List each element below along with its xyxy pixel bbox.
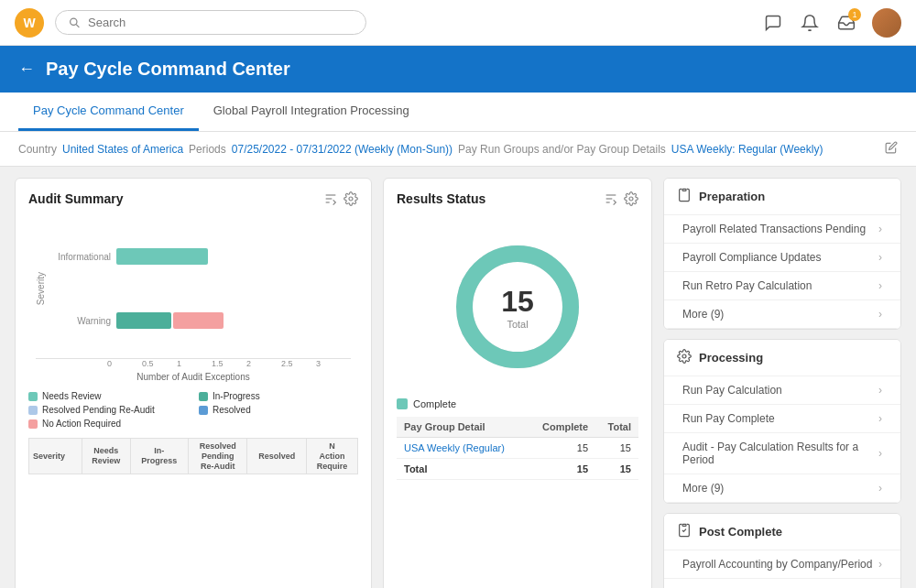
audit-summary-actions[interactable] bbox=[323, 191, 358, 206]
donut-container: 15 Total bbox=[397, 215, 638, 398]
bar-informational-teal bbox=[116, 248, 208, 265]
chevron-icon: › bbox=[878, 223, 882, 235]
col-total: Total bbox=[595, 417, 638, 438]
processing-more[interactable]: More (9) › bbox=[664, 474, 900, 503]
payrun-value: USA Weekly: Regular (Weekly) bbox=[671, 143, 823, 156]
post-complete-card: Post Complete Payroll Accounting by Comp… bbox=[663, 513, 901, 588]
search-input[interactable] bbox=[88, 16, 353, 29]
tab-global-payroll[interactable]: Global Payroll Integration Processing bbox=[199, 93, 424, 131]
search-bar[interactable] bbox=[55, 10, 366, 35]
x-axis-label: Number of Audit Exceptions bbox=[36, 372, 351, 382]
legend-resolved: Resolved bbox=[199, 405, 358, 415]
usa-weekly-link[interactable]: USA Weekly (Regular) bbox=[404, 442, 505, 453]
results-status-actions[interactable] bbox=[604, 191, 638, 206]
row-total-1: 15 bbox=[595, 438, 638, 459]
post-complete-header: Post Complete bbox=[664, 514, 900, 550]
legend-resolved-pending: Resolved Pending Re-Audit bbox=[28, 405, 188, 415]
gear-icon bbox=[677, 349, 692, 366]
audit-summary-title: Audit Summary bbox=[28, 191, 123, 206]
chevron-icon: › bbox=[878, 447, 882, 460]
col-complete: Complete bbox=[527, 417, 595, 438]
processing-card: Processing Run Pay Calculation › Run Pay… bbox=[663, 339, 901, 504]
preparation-title: Preparation bbox=[699, 190, 765, 203]
bar-label-informational: Informational bbox=[51, 252, 111, 262]
country-label: Country bbox=[18, 143, 57, 156]
chevron-icon: › bbox=[878, 279, 882, 292]
bar-label-warning: Warning bbox=[51, 316, 111, 326]
bar-warning-green bbox=[116, 312, 171, 329]
row-complete-1: 15 bbox=[527, 438, 595, 459]
bell-icon[interactable] bbox=[799, 12, 821, 34]
back-button[interactable]: ← bbox=[18, 60, 35, 79]
results-table: Pay Group Detail Complete Total USA Week… bbox=[397, 417, 638, 480]
svg-point-5 bbox=[349, 197, 353, 201]
inbox-badge: 1 bbox=[848, 8, 861, 21]
country-value: United States of America bbox=[62, 143, 183, 156]
tabs-bar: Pay Cycle Command Center Global Payroll … bbox=[0, 93, 916, 132]
audit-summary-card: Audit Summary Severity In bbox=[15, 178, 372, 588]
results-status-card: Results Status 15 bbox=[383, 178, 652, 588]
results-status-title: Results Status bbox=[397, 191, 485, 206]
post-complete-title: Post Complete bbox=[699, 525, 782, 539]
total-label: Total bbox=[397, 459, 527, 480]
chevron-icon: › bbox=[878, 482, 882, 495]
clipboard-icon bbox=[677, 188, 692, 205]
audit-legend: Needs Review In-Progress Resolved Pendin… bbox=[28, 391, 358, 429]
table-row: USA Weekly (Regular) 15 15 bbox=[397, 438, 638, 459]
tab-pay-cycle[interactable]: Pay Cycle Command Center bbox=[18, 93, 199, 131]
severity-table: Severity NeedsReview In-Progress Resolve… bbox=[28, 438, 358, 474]
right-panel: Preparation Payroll Related Transactions… bbox=[663, 178, 901, 588]
preparation-card: Preparation Payroll Related Transactions… bbox=[663, 178, 901, 330]
edit-icon[interactable] bbox=[885, 141, 898, 157]
results-legend: Complete bbox=[397, 398, 638, 409]
clipboard-check-icon bbox=[677, 523, 692, 540]
results-legend-dot bbox=[397, 398, 408, 409]
svg-point-13 bbox=[682, 354, 686, 358]
svg-rect-12 bbox=[682, 189, 686, 191]
svg-point-0 bbox=[71, 18, 77, 25]
preparation-header: Preparation bbox=[664, 179, 900, 215]
results-legend-label: Complete bbox=[413, 398, 456, 409]
preparation-item-0[interactable]: Payroll Related Transactions Pending › bbox=[664, 215, 900, 244]
y-axis-label: Severity bbox=[36, 272, 46, 305]
page-title: Pay Cycle Command Center bbox=[46, 59, 290, 80]
post-complete-item-0[interactable]: Payroll Accounting by Company/Period › bbox=[664, 550, 900, 579]
avatar[interactable] bbox=[872, 8, 901, 38]
logo-text: W bbox=[23, 16, 35, 30]
processing-header: Processing bbox=[664, 340, 900, 376]
donut-label: Total bbox=[501, 319, 534, 330]
col-pay-group: Pay Group Detail bbox=[397, 417, 527, 438]
workday-logo: W bbox=[15, 8, 44, 38]
processing-item-1[interactable]: Run Pay Complete › bbox=[664, 405, 900, 433]
svg-rect-14 bbox=[682, 524, 686, 526]
inbox-icon[interactable]: 1 bbox=[835, 12, 857, 34]
chevron-icon: › bbox=[878, 251, 882, 264]
chevron-icon: › bbox=[878, 558, 882, 571]
legend-no-action: No Action Required bbox=[28, 419, 188, 429]
chevron-icon: › bbox=[878, 384, 882, 397]
chat-icon[interactable] bbox=[762, 12, 784, 34]
payrun-label: Pay Run Groups and/or Pay Group Details bbox=[458, 143, 666, 156]
processing-item-0[interactable]: Run Pay Calculation › bbox=[664, 376, 900, 405]
processing-title: Processing bbox=[699, 351, 763, 365]
svg-point-9 bbox=[629, 197, 633, 201]
total-complete: 15 bbox=[527, 459, 595, 480]
audit-summary-header: Audit Summary bbox=[28, 191, 358, 206]
chevron-icon: › bbox=[878, 308, 882, 321]
preparation-item-2[interactable]: Run Retro Pay Calculation › bbox=[664, 272, 900, 300]
legend-in-progress: In-Progress bbox=[199, 391, 358, 401]
post-complete-item-1[interactable]: Create Settlement Run › bbox=[664, 579, 900, 588]
preparation-more[interactable]: More (9) › bbox=[664, 300, 900, 329]
processing-item-2[interactable]: Audit - Pay Calculation Results for a Pe… bbox=[664, 433, 900, 474]
chevron-icon: › bbox=[878, 412, 882, 425]
preparation-item-1[interactable]: Payroll Compliance Updates › bbox=[664, 244, 900, 272]
page-header: ← Pay Cycle Command Center bbox=[0, 46, 916, 93]
table-total-row: Total 15 15 bbox=[397, 459, 638, 480]
nav-icons: 1 bbox=[762, 8, 901, 38]
results-status-header: Results Status bbox=[397, 191, 638, 206]
donut-wrap: 15 Total bbox=[444, 234, 591, 380]
bar-warning-pink bbox=[173, 312, 224, 329]
top-nav: W 1 bbox=[0, 0, 916, 46]
total-total: 15 bbox=[595, 459, 638, 480]
periods-label: Periods bbox=[189, 143, 226, 156]
